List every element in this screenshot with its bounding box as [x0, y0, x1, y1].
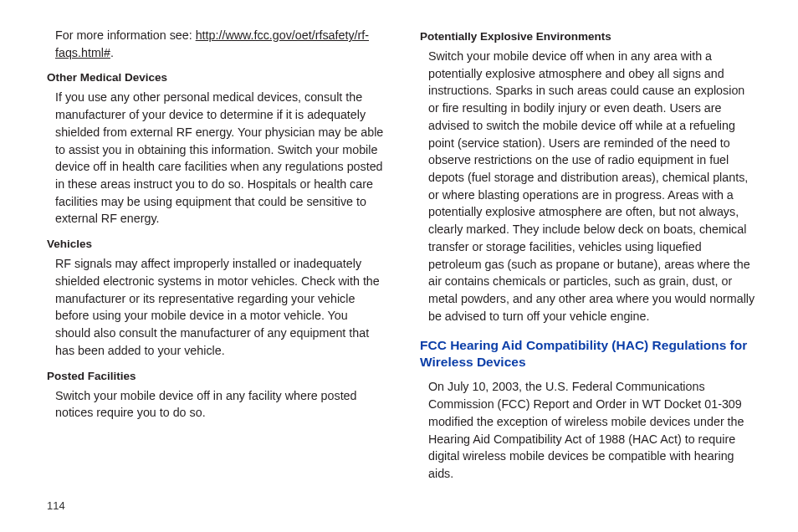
left-column: For more information see: http://www.fcc… — [47, 27, 385, 489]
section-fcc-hac: FCC Hearing Aid Compatibility (HAC) Regu… — [420, 337, 758, 372]
page-columns: For more information see: http://www.fcc… — [47, 27, 758, 489]
heading-posted-facilities: Posted Facilities — [47, 370, 385, 382]
para-explosive-environments: Switch your mobile device off when in an… — [420, 48, 758, 325]
para-vehicles: RF signals may affect improperly install… — [47, 255, 385, 359]
para-posted-facilities: Switch your mobile device off in any fac… — [47, 387, 385, 422]
right-column: Potentially Explosive Environments Switc… — [420, 27, 758, 489]
heading-vehicles: Vehicles — [47, 238, 385, 250]
intro-suffix: . — [110, 46, 114, 59]
intro-paragraph: For more information see: http://www.fcc… — [47, 27, 385, 61]
page-number: 114 — [47, 499, 758, 512]
intro-prefix: For more information see: — [55, 28, 196, 42]
heading-other-medical-devices: Other Medical Devices — [47, 71, 385, 84]
para-other-medical-devices: If you use any other personal medical de… — [47, 89, 385, 228]
para-fcc-hac: On July 10, 2003, the U.S. Federal Commu… — [420, 378, 758, 482]
heading-explosive-environments: Potentially Explosive Environments — [420, 30, 758, 43]
